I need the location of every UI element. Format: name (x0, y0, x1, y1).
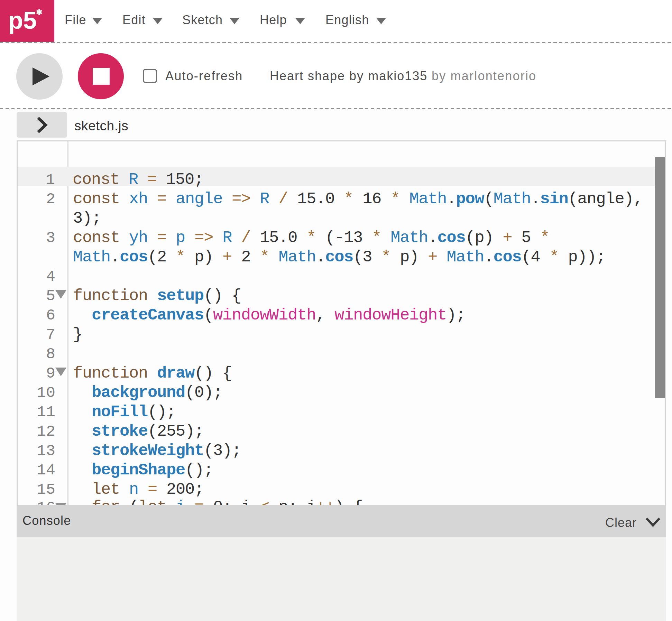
svg-text:p5: p5 (8, 7, 37, 34)
